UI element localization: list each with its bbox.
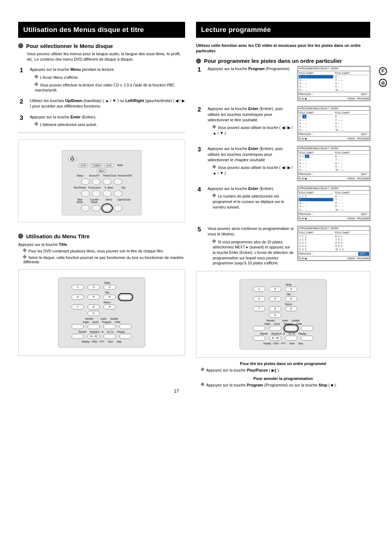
step-number: 3 — [18, 114, 25, 122]
step-text: Appuyez sur la touche Enter (Entrer). — [208, 186, 294, 191]
footer-line-2: Appuyez sur la touche Program (Programme… — [201, 383, 370, 387]
left-header: Utilisation des Menus disque et titre — [18, 22, 185, 38]
diamond-icon — [212, 165, 216, 169]
lang-badge: F — [379, 67, 387, 75]
diamond-icon — [23, 255, 26, 259]
step-text: Appuyez sur la touche Enter (Entrer), pu… — [208, 146, 294, 163]
diamond-icon — [212, 194, 216, 198]
step-text: Utilisez les touches Up/Down (haut/bas) … — [30, 98, 185, 109]
left-column: Utilisation des Menus disque et titre Po… — [18, 22, 185, 390]
bullet-icon — [18, 234, 23, 239]
diamond-icon — [200, 367, 204, 371]
step-number: 2 — [18, 98, 25, 105]
bullet-icon — [196, 58, 201, 64]
step-number: 1 — [18, 67, 25, 74]
sec-disc-menu-title: Pour sélectionner le Menu disque — [18, 43, 185, 49]
program-menu-figure: ✦PROGRAM MENU SELECT : ENTER TITLE CHAPT… — [298, 106, 370, 141]
program-menu-figure: ✦PROGRAM MENU SELECT : ENTER TITLE CHAPT… — [298, 226, 370, 261]
side-badges: F ◎ — [379, 67, 387, 87]
menu-button-highlight — [103, 205, 111, 211]
sec1-intro: Vous pouvez utiliser les menus pour la l… — [27, 51, 185, 62]
sec-title-menu-title: Utilisation du Menu Titre — [18, 233, 185, 239]
program-menu-figure: ✦PROGRAM MENU SELECT : ENTER TITLE CHAPT… — [298, 186, 370, 221]
page-number: 17 — [174, 388, 179, 394]
diamond-icon — [212, 239, 216, 243]
program-button-highlight — [285, 326, 297, 331]
bullet-icon — [18, 43, 23, 48]
footer-heading-1: Pour lire les pistes dans un ordre progr… — [196, 361, 370, 366]
program-menu-figure: ✦PROGRAM MENU SELECT : ENTER TITLE CHAPT… — [298, 66, 370, 101]
step-text: Appuyez sur la touche Enter (Entrer). — [30, 114, 185, 120]
sec-title-text: Utilisation du Menu Titre — [26, 233, 90, 239]
sec2-line: Appuyez sur la touche Title. — [18, 242, 185, 247]
diamond-icon — [34, 122, 38, 126]
diamond-icon — [200, 382, 204, 386]
step-number: 5 — [196, 226, 203, 233]
step-number: 3 — [196, 146, 203, 153]
step-text: Appuyez sur la touche Program (Programme… — [208, 66, 294, 72]
diamond-icon — [34, 82, 38, 86]
sec-program-title: Pour programmer les pistes dans un ordre… — [196, 58, 370, 64]
sec-title-text: Pour sélectionner le Menu disque — [26, 43, 113, 49]
program-menu-figure: ✦PROGRAM MENU SELECT : ENTER TITLE CHAPT… — [298, 146, 370, 181]
right-intro: Utilisez cette fonction avec les CD vidé… — [196, 43, 370, 54]
footer-line-1: Appuyez sur la touche Play/Pause ( ▶‖ ). — [201, 368, 370, 373]
step-number: 2 — [196, 106, 203, 113]
step-text: Appuyez sur la touche Menu pendant la le… — [30, 67, 185, 72]
diamond-icon — [212, 125, 216, 129]
remote-top-illustration: ⏻ DVDTUNERAUXMute Band SleepMono/STTimer… — [18, 139, 185, 222]
sec-title-text: Pour programmer les pistes dans un ordre… — [204, 58, 342, 64]
right-header: Lecture programmée — [196, 22, 370, 38]
diamond-icon — [34, 74, 38, 78]
remote-numpad-illustration-right: Setup 123 Title 456 Return 789 0 RemainA… — [196, 271, 370, 358]
step-number: 1 — [196, 66, 203, 73]
diamond-icon — [23, 248, 26, 252]
power-icon: ⏻ — [68, 155, 77, 162]
step-text: Vous pouvez ainsi continuer la programma… — [208, 226, 294, 237]
step-number: 4 — [196, 186, 203, 193]
right-column: Lecture programmée Utilisez cette foncti… — [196, 22, 370, 390]
title-button-highlight — [119, 295, 132, 300]
disc-badge: ◎ — [379, 79, 387, 87]
remote-numpad-illustration-left: Setup 123 Title 456 Return 789 0 RemainA… — [18, 269, 185, 356]
sec1-steps: 1 Appuyez sur la touche Menu pendant la … — [18, 67, 185, 127]
footer-heading-2: Pour annuler la programmation — [196, 376, 370, 381]
step-text: Appuyez sur la touche Enter (Entrer), pu… — [208, 106, 294, 123]
